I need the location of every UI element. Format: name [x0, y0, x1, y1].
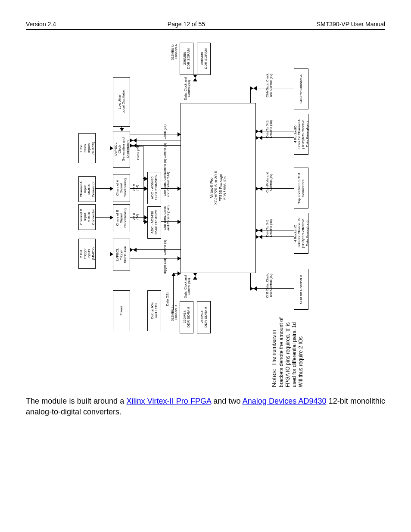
label-shbB: ChB Data, Clock, and Control (60): [266, 273, 273, 298]
header-center: Page 12 of 55: [168, 21, 205, 28]
wire: [256, 137, 294, 138]
sdram-group-b-label: 512MBit for Channel B: [171, 305, 178, 321]
label-dcc-top: Data, Clock and Control (93): [184, 77, 191, 100]
body-text-pre: The module is built around a: [26, 397, 127, 405]
wire: [143, 178, 147, 179]
wire: [161, 310, 173, 310]
wire: [130, 258, 181, 258]
rocketio-channel-b: 4 RocketIO Links for Channel B (1GByte/s…: [294, 213, 308, 254]
shb-channel-a: SHB for Channel A: [294, 68, 308, 109]
label-data21: Data (21): [166, 292, 169, 306]
block-diagram: 2 Ext. Clock Inputs (MMCX) Channel A Inp…: [55, 34, 356, 387]
wire: [130, 140, 181, 140]
adc-channel-a: ADC - AD9430 12-bit 210MSPS: [147, 172, 161, 204]
wire: [173, 273, 174, 310]
wire: [195, 273, 195, 301]
power-block: Power: [113, 290, 130, 331]
link-xilinx-fpga[interactable]: Xilinx Virtex-II Pro FPGA: [127, 397, 211, 405]
signal-conditioning-b: Channel B Signal Conditioning: [113, 204, 130, 232]
channel-b-input-connector: Channel B Input MMCX Connector: [78, 204, 96, 230]
wire: [256, 188, 294, 189]
label-rioB: DataTx (4d) DataRx (4d): [266, 219, 273, 236]
label-cha-dc: ChA Data, Clock and Control (14d): [163, 172, 170, 197]
header-right: SMT390-VP User Manual: [317, 21, 385, 28]
page-header: Version 2.4 Page 12 of 55 SMT390-VP User…: [26, 17, 385, 30]
wire: [143, 221, 147, 222]
link-analog-devices-ad9430[interactable]: Analog Devices AD9430: [243, 397, 327, 405]
wire: [250, 273, 251, 288]
ext-trigger-inputs: 2 Ext. Trigger Inputs (MMCX): [78, 239, 96, 269]
label-ctl4: Control (4): [163, 143, 167, 158]
label-clock2d: Clock (2d): [137, 145, 140, 160]
rocketio-channel-a: 4 RocketIO Links for Channel A (1GByte/s…: [294, 114, 308, 155]
channel-a-input-connector: Channel A Input MMCX Connector: [78, 176, 96, 202]
fpga-virtex2pro: Virtex-II Pro XC2VP20-6 or 30-6 FF896 Pa…: [181, 103, 256, 273]
wire: [96, 188, 113, 189]
diagram-notes: Notes: The numbers in brackets denote th…: [270, 314, 339, 387]
wire: [130, 134, 181, 134]
sdram-group-a-label: 512MBit for Channel A: [171, 44, 178, 60]
wire: [195, 75, 195, 103]
label-shbA: ChA Data, Clock, and Control (60): [266, 73, 273, 97]
ddr-sdram-a1: 256MBit DDR SDRAM: [180, 43, 193, 75]
wire: [96, 217, 113, 218]
debug-leds: Debug IOs and LEDs: [147, 290, 161, 331]
wire: [256, 230, 294, 230]
signal-conditioning-a: Channel A Signal Conditioning: [113, 174, 130, 202]
local-oscillator: Low Jitter Local Oscillator: [113, 77, 130, 127]
wire: [130, 188, 147, 189]
ddr-sdram-a2: 256MBit DDR SDRAM: [197, 43, 211, 75]
clock-generation: LVPECL Clock Generation and Distribution: [113, 131, 130, 168]
body-paragraph: The module is built around a Xilinx Virt…: [26, 396, 385, 417]
label-dcc-bot: Data, Clock and Control (93): [184, 275, 191, 298]
wire: [256, 131, 294, 131]
ddr-sdram-b1: 256MBit DDR SDRAM: [180, 301, 193, 333]
shb-channel-b: SHB for Channel B: [294, 269, 308, 310]
label-chb-dc: ChB Data, Clock and Control (14d): [163, 205, 170, 230]
label-vina: Vin A (1d): [132, 184, 139, 191]
label-clock1d: Clock (1d): [163, 124, 167, 139]
wire: [173, 273, 181, 274]
adc-channel-b: ADC - AD9430 12-bit 210MSPS: [147, 206, 161, 239]
wire: [143, 146, 143, 221]
label-trg2d: Trigger (2d): [163, 258, 167, 275]
wire: [96, 254, 113, 254]
body-text-mid: and two: [211, 397, 243, 405]
label-rioA: DataTx (4d) DataRx (4d): [266, 120, 273, 137]
ext-clock-inputs: 2 Ext. Clock Inputs (MMCX): [78, 133, 96, 163]
wire: [96, 148, 113, 148]
ddr-sdram-b2: 256MBit DDR SDRAM: [197, 301, 211, 333]
label-tim: ComPorts and Control (59): [266, 172, 273, 193]
wire: [256, 236, 294, 237]
trigger-distribution: LVPECL Trigger Distribution: [113, 239, 130, 271]
label-ctl4t: Control (4): [163, 240, 167, 255]
wire: [130, 249, 181, 250]
wire: [121, 127, 122, 131]
label-vinb: Vin B (1d): [132, 213, 139, 221]
wire: [130, 217, 147, 218]
tim-connectors: Top and Bottom TIM Connectors: [294, 168, 308, 208]
header-left: Version 2.4: [26, 21, 56, 28]
wire: [130, 145, 181, 146]
